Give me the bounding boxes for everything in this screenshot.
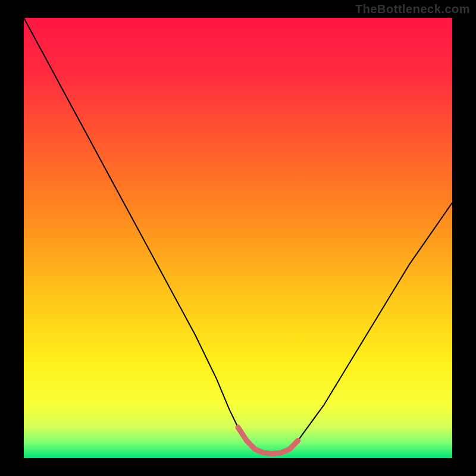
chart-frame: TheBottleneck.com [0,0,476,476]
watermark-text: TheBottleneck.com [355,2,470,16]
plot-background [24,18,452,458]
bottleneck-chart [0,0,476,476]
